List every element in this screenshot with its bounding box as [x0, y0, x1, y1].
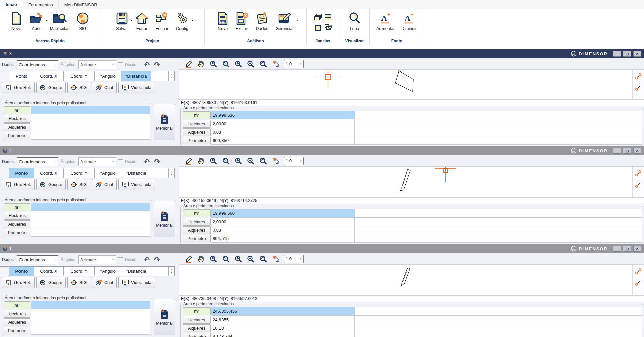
informados-m2-value[interactable]: [31, 301, 150, 309]
novo-button[interactable]: Novo: [7, 10, 26, 32]
polyline-tool[interactable]: [635, 84, 642, 91]
cascade-windows-button[interactable]: [314, 13, 322, 22]
undo-icon[interactable]: ↶: [144, 256, 150, 263]
tab-coord-y[interactable]: Coord. Y: [64, 71, 95, 81]
nova-analise-button[interactable]: Nova: [214, 10, 232, 32]
tile-horizontal-button[interactable]: [324, 13, 332, 22]
salvar-button[interactable]: Salvar ▾: [113, 10, 131, 32]
angulos-select[interactable]: Azimute˅: [78, 157, 116, 166]
minimize-button[interactable]: –: [613, 51, 621, 57]
pan-hand-tool[interactable]: [197, 157, 205, 165]
ribbon-tab-inicio[interactable]: Início: [0, 0, 23, 9]
tab-angulo[interactable]: *Ângulo: [95, 71, 121, 81]
undo-icon[interactable]: ↶: [144, 158, 150, 165]
fechar-button[interactable]: Fechar: [152, 10, 172, 32]
drawing-canvas[interactable]: [179, 166, 644, 198]
geo-ref-button[interactable]: Geo Ref.: [2, 82, 35, 93]
tab-distancia[interactable]: *Distância: [121, 168, 151, 178]
snap-cursor-tool[interactable]: [272, 255, 280, 263]
dados-select[interactable]: Coordenadas˅: [17, 255, 58, 264]
zoom-in-tool[interactable]: [234, 255, 242, 263]
maximize-button[interactable]: ▢: [623, 148, 631, 154]
informados-perimetro-value[interactable]: [31, 326, 150, 335]
tab-coord-y[interactable]: Coord. Y: [64, 168, 95, 178]
tab-distancia[interactable]: *Distância: [121, 71, 151, 81]
tab-angulo[interactable]: *Ângulo: [95, 267, 121, 276]
minimize-button[interactable]: –: [613, 148, 621, 154]
video-aula-button[interactable]: Vídeo aula: [118, 82, 155, 93]
video-aula-button[interactable]: Vídeo aula: [118, 277, 155, 288]
decim-checkbox[interactable]: [118, 62, 123, 67]
zoom-extents-tool[interactable]: [209, 255, 217, 263]
dados-select[interactable]: Coordenadas˅: [17, 157, 58, 166]
excluir-analise-button[interactable]: Excluir: [232, 10, 252, 32]
zoom-previous-tool[interactable]: [259, 255, 267, 263]
draw-pencil-tool[interactable]: [185, 255, 193, 263]
video-aula-button[interactable]: Vídeo aula: [118, 179, 155, 190]
polyline-tool[interactable]: [635, 279, 642, 286]
matriculas-button[interactable]: Matrículas: [47, 10, 73, 32]
zoom-extents-tool[interactable]: [209, 60, 217, 68]
dados-select[interactable]: Coordenadas˅: [17, 60, 58, 69]
informados-hectares-value[interactable]: [31, 114, 150, 123]
sig-small-button[interactable]: SIG: [67, 82, 90, 93]
draw-pencil-tool[interactable]: [185, 60, 193, 68]
memorial-button[interactable]: Memorial: [154, 201, 175, 237]
maximize-button[interactable]: ▢: [623, 51, 631, 57]
gerenciar-button[interactable]: Gerenciar ▾: [273, 10, 297, 32]
close-windows-button[interactable]: [324, 23, 332, 32]
zoom-out-tool[interactable]: [247, 157, 255, 165]
zoom-scale-select[interactable]: 1.0˅: [284, 157, 304, 165]
zoom-window-tool[interactable]: [222, 255, 230, 263]
informados-m2-value[interactable]: [31, 106, 150, 114]
pan-hand-tool[interactable]: [197, 255, 205, 263]
tab-distancia[interactable]: *Distância: [121, 267, 151, 276]
dados-analise-button[interactable]: Dados: [252, 10, 272, 32]
lupa-button[interactable]: Lupa: [345, 10, 364, 32]
tab-coord-x[interactable]: Coord. X: [34, 168, 64, 178]
zoom-previous-tool[interactable]: [259, 60, 267, 68]
informados-alqueires-value[interactable]: [31, 318, 150, 326]
google-button[interactable]: Google: [36, 277, 66, 288]
informados-perimetro-value[interactable]: [31, 131, 150, 140]
window-2-titlebar[interactable]: 2 DIMENSOR – ▢ ✕: [0, 146, 644, 155]
sig-button[interactable]: SIG: [73, 10, 92, 32]
tab-coord-y[interactable]: Coord. Y: [64, 267, 95, 276]
redo-icon[interactable]: ↷: [154, 61, 160, 68]
informados-perimetro-value[interactable]: [31, 228, 150, 237]
google-button[interactable]: Google: [36, 179, 66, 190]
geo-ref-button[interactable]: Geo Ref.: [2, 179, 35, 190]
decim-checkbox[interactable]: [118, 257, 123, 262]
maximize-button[interactable]: ▢: [623, 246, 631, 252]
memorial-button[interactable]: Memorial: [154, 104, 175, 140]
measure-line-tool[interactable]: [635, 73, 642, 80]
tab-ponto[interactable]: Ponto: [9, 71, 34, 81]
chat-button[interactable]: Chat: [92, 82, 117, 93]
zoom-in-tool[interactable]: [234, 157, 242, 165]
chat-button[interactable]: Chat: [92, 277, 117, 288]
pan-hand-tool[interactable]: [197, 60, 205, 68]
geo-ref-button[interactable]: Geo Ref.: [2, 277, 35, 288]
decim-checkbox[interactable]: [118, 159, 123, 164]
snap-cursor-tool[interactable]: [272, 157, 280, 165]
ribbon-tab-ferramentas[interactable]: Ferramentas: [23, 1, 59, 9]
tile-vertical-button[interactable]: [314, 23, 322, 32]
tab-ponto[interactable]: Ponto: [9, 267, 34, 276]
ribbon-tab-meu-dimensor[interactable]: Meu DIMENSOR: [59, 1, 103, 9]
tab-scroll-spinner[interactable]: ˄˅: [168, 267, 174, 276]
informados-alqueires-value[interactable]: [31, 220, 150, 228]
drawing-canvas[interactable]: [179, 69, 644, 100]
informados-alqueires-value[interactable]: [31, 123, 150, 131]
angulos-select[interactable]: Azimute˅: [78, 60, 116, 69]
zoom-out-tool[interactable]: [247, 60, 255, 68]
tab-scroll-spinner[interactable]: ˄˅: [168, 71, 174, 81]
diminuir-fonte-button[interactable]: A− Diminuir: [398, 10, 420, 32]
minimize-button[interactable]: –: [613, 246, 621, 252]
informados-hectares-value[interactable]: [31, 309, 150, 318]
memorial-button[interactable]: Memorial: [154, 299, 175, 335]
window-3-titlebar[interactable]: 3 DIMENSOR – ▢ ✕: [0, 49, 644, 58]
sig-small-button[interactable]: SIG: [67, 179, 90, 190]
abrir-button[interactable]: Abrir ▾: [26, 10, 46, 32]
zoom-window-tool[interactable]: [222, 60, 230, 68]
tab-coord-x[interactable]: Coord. X: [34, 267, 64, 276]
